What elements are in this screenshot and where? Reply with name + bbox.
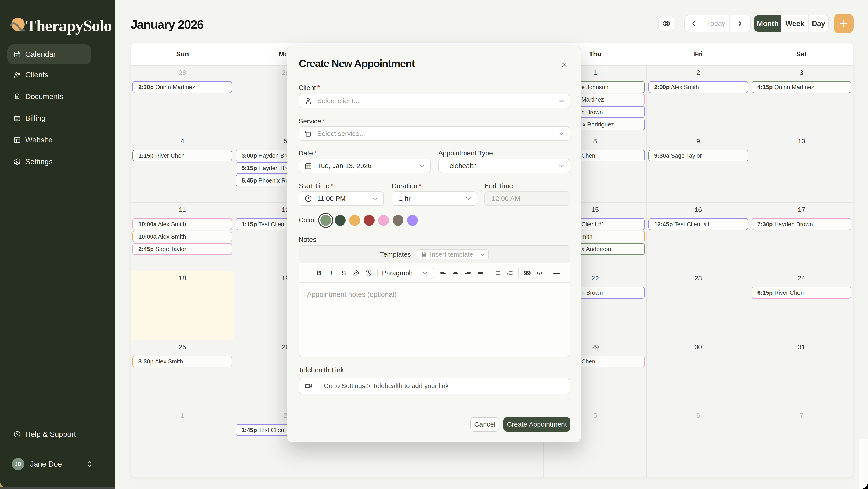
- svg-text:12: 12: [16, 54, 19, 57]
- svg-text:1: 1: [507, 270, 508, 272]
- svg-text:$: $: [15, 115, 16, 117]
- svg-text:12: 12: [307, 166, 310, 168]
- svg-text:2: 2: [507, 274, 508, 276]
